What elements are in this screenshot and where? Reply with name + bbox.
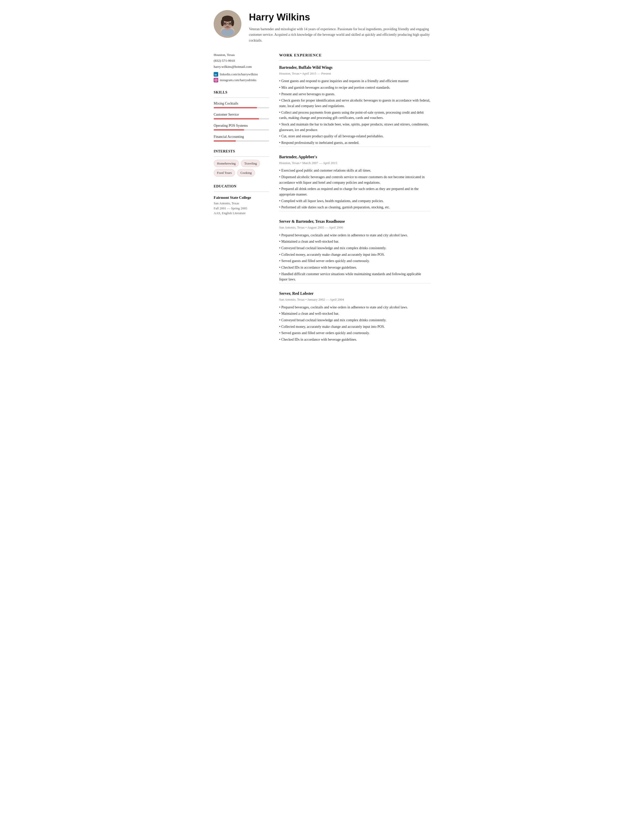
interest-tags: HomebrewingTravelingFood ToursCooking <box>214 160 269 177</box>
skill-name: Financial Accounting <box>214 134 269 139</box>
svg-text:in: in <box>214 73 217 76</box>
main-layout: Houston, Texas (832) 571-9910 harry.wilk… <box>214 52 430 349</box>
job-bullet: • Stock and maintain the bar to include … <box>279 122 430 132</box>
job-divider <box>279 146 430 147</box>
job-bullet: • Conveyed broad cocktail knowledge and … <box>279 245 430 251</box>
job-title: Server & Bartender, Texas Roadhouse <box>279 219 430 225</box>
linkedin-url: linkedin.com/in/harrywilkins <box>220 72 258 77</box>
job-bullet: • Collected money, accurately make chang… <box>279 252 430 257</box>
edu-degree: AAS, English Literature <box>214 211 269 215</box>
contact-section: Houston, Texas (832) 571-9910 harry.wilk… <box>214 52 269 83</box>
instagram-item: instagram.com/harrysdrinks <box>214 77 269 83</box>
education-list: Fairmont State College San Antonio, Texa… <box>214 195 269 215</box>
interest-tag: Cooking <box>237 169 255 177</box>
svg-point-6 <box>221 19 224 26</box>
interest-tag: Traveling <box>241 160 260 167</box>
job-bullet: • Collect and process payments from gues… <box>279 110 430 121</box>
skill-bar-bg <box>214 140 269 142</box>
skills-title: SKILLS <box>214 90 269 95</box>
job-bullet: • Prepared all drink orders as required … <box>279 186 430 197</box>
skill-item: Mixing Cocktails <box>214 101 269 108</box>
skill-bar-fill <box>214 107 257 108</box>
job-meta: Houston, Texas • April 2015 — Present <box>279 71 430 76</box>
instagram-icon <box>214 78 218 82</box>
work-divider <box>279 60 430 61</box>
job-bullet: • Handled difficult customer service sit… <box>279 271 430 282</box>
skills-list: Mixing Cocktails Customer Service Operat… <box>214 101 269 142</box>
job-bullet: • Greet guests and respond to guest inqu… <box>279 78 430 84</box>
job-meta: San Antonio, Texas • January 2002 — Apri… <box>279 297 430 302</box>
job-bullet: • Dispensed alcoholic beverages and cont… <box>279 174 430 185</box>
job-meta: San Antonio, Texas • August 2005 — April… <box>279 225 430 230</box>
work-title: WORK EXPERIENCE <box>279 52 430 58</box>
skill-bar-fill <box>214 129 244 130</box>
svg-point-11 <box>224 23 226 24</box>
work-content: WORK EXPERIENCE Bartender, Buffalo Wild … <box>279 52 430 349</box>
job-bullet: • Check guests for proper identification… <box>279 98 430 109</box>
job-bullet: • Served guests and filled server orders… <box>279 330 430 336</box>
skill-item: Financial Accounting <box>214 134 269 142</box>
job-item: Server, Red Lobster San Antonio, Texas •… <box>279 291 430 343</box>
resume-page: Harry Wilkins Veteran bartender and mixo… <box>201 0 443 360</box>
skill-item: Customer Service <box>214 112 269 119</box>
linkedin-icon: in <box>214 72 218 77</box>
job-bullet: • Checked IDs in accordance with beverag… <box>279 265 430 270</box>
job-bullet: • Respond professionally to inebriated g… <box>279 140 430 146</box>
skill-name: Customer Service <box>214 112 269 117</box>
skill-name: Operating POS Systems <box>214 123 269 128</box>
svg-point-12 <box>229 23 231 24</box>
skill-bar-fill <box>214 118 259 119</box>
interests-title: INTERESTS <box>214 149 269 154</box>
sidebar: Houston, Texas (832) 571-9910 harry.wilk… <box>214 52 269 349</box>
job-title: Bartender, Buffalo Wild Wings <box>279 64 430 71</box>
header-info: Harry Wilkins Veteran bartender and mixo… <box>249 10 430 43</box>
contact-phone: (832) 571-9910 <box>214 58 269 63</box>
header-summary: Veteran bartender and mixologist with 14… <box>249 26 430 43</box>
skill-bar-bg <box>214 129 269 130</box>
job-bullet: • Prepared beverages, cocktails and wine… <box>279 305 430 310</box>
job-bullet: • Prepared beverages, cocktails and wine… <box>279 233 430 238</box>
job-title: Bartender, Applebee's <box>279 154 430 160</box>
interest-tag: Homebrewing <box>214 160 239 167</box>
avatar <box>214 10 241 38</box>
education-divider <box>214 191 269 192</box>
jobs-list: Bartender, Buffalo Wild Wings Houston, T… <box>279 64 430 343</box>
skill-item: Operating POS Systems <box>214 123 269 130</box>
skill-bar-fill <box>214 140 236 142</box>
linkedin-item: in linkedin.com/in/harrywilkins <box>214 72 269 77</box>
education-title: EDUCATION <box>214 184 269 189</box>
job-bullet: • Performed all side duties such as clea… <box>279 204 430 210</box>
svg-point-13 <box>227 25 228 26</box>
edu-dates: Fall 2001 — Spring 2005 <box>214 206 269 211</box>
education-section: EDUCATION Fairmont State College San Ant… <box>214 184 269 215</box>
job-bullet: • Served guests and filled server orders… <box>279 258 430 264</box>
job-item: Bartender, Buffalo Wild Wings Houston, T… <box>279 64 430 147</box>
job-bullet: • Mix and garnish beverages according to… <box>279 85 430 90</box>
job-bullet: • Checked IDs in accordance with beverag… <box>279 337 430 343</box>
svg-point-19 <box>217 79 217 79</box>
contact-location: Houston, Texas <box>214 52 269 58</box>
skills-section: SKILLS Mixing Cocktails Customer Service… <box>214 90 269 142</box>
job-bullet: • Cut, store and ensure product quality … <box>279 133 430 139</box>
edu-location: San Antonio, Texas <box>214 201 269 206</box>
interests-divider <box>214 156 269 157</box>
header: Harry Wilkins Veteran bartender and mixo… <box>214 10 430 43</box>
job-bullet: • Present and serve beverages to guests. <box>279 92 430 97</box>
skill-bar-bg <box>214 107 269 108</box>
instagram-url: instagram.com/harrysdrinks <box>220 77 257 83</box>
header-name: Harry Wilkins <box>249 10 430 24</box>
job-item: Server & Bartender, Texas Roadhouse San … <box>279 219 430 283</box>
job-bullet: • Collected money, accurately make chang… <box>279 324 430 330</box>
job-bullet: • Maintained a clean and well-stocked ba… <box>279 311 430 317</box>
skill-bar-bg <box>214 118 269 119</box>
job-bullet: • Exercised good public and customer rel… <box>279 168 430 174</box>
job-item: Bartender, Applebee's Houston, Texas • M… <box>279 154 430 211</box>
interest-tag: Food Tours <box>214 169 235 177</box>
job-bullet: • Maintained a clean and well-stocked ba… <box>279 239 430 244</box>
job-bullet: • Conveyed broad cocktail knowledge and … <box>279 317 430 323</box>
contact-email: harry.wilkins@hotmail.com <box>214 64 269 69</box>
edu-school: Fairmont State College <box>214 195 269 201</box>
job-meta: Houston, Texas • March 2007 — April 2015 <box>279 161 430 166</box>
svg-point-7 <box>231 19 234 26</box>
skill-name: Mixing Cocktails <box>214 101 269 106</box>
